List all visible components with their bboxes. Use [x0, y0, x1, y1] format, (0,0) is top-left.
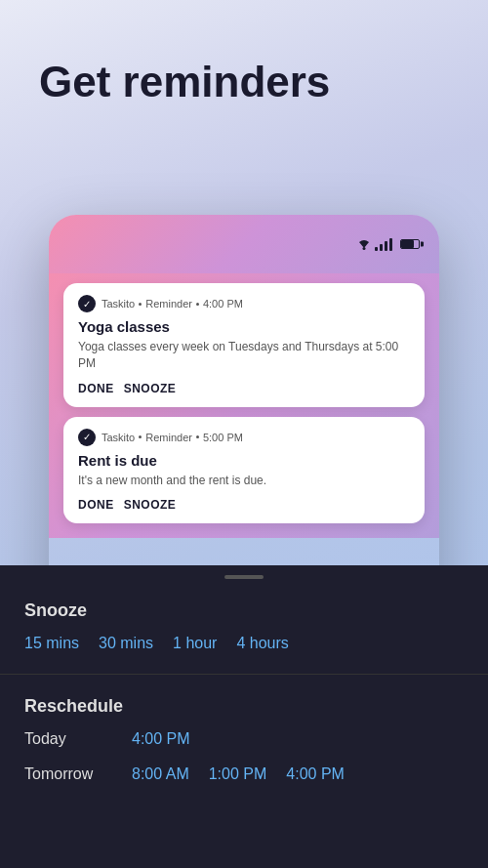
notification-header: ✓ Taskito Reminder 4:00 PM — [78, 295, 410, 312]
notif-type: Reminder — [145, 432, 192, 443]
snooze-15mins[interactable]: 15 mins — [24, 635, 79, 652]
notifications-area: ✓ Taskito Reminder 4:00 PM Yoga classes … — [49, 273, 439, 538]
status-bar — [49, 215, 439, 273]
wifi-icon — [357, 238, 371, 250]
header: Get reminders — [0, 0, 488, 125]
notification-meta: Taskito Reminder 4:00 PM — [102, 298, 243, 310]
bottom-sheet: Snooze 15 mins 30 mins 1 hour 4 hours Re… — [0, 565, 488, 868]
snooze-1hour[interactable]: 1 hour — [173, 635, 217, 652]
snooze-options: 15 mins 30 mins 1 hour 4 hours — [24, 635, 464, 652]
svg-point-0 — [363, 247, 366, 250]
done-button[interactable]: DONE — [78, 498, 114, 512]
reschedule-section: Reschedule Today 4:00 PM Tomorrow 8:00 A… — [0, 684, 488, 795]
section-divider — [0, 674, 488, 675]
done-button[interactable]: DONE — [78, 382, 114, 395]
check-icon: ✓ — [78, 429, 96, 446]
reschedule-times-tomorrow: 8:00 AM 1:00 PM 4:00 PM — [132, 765, 345, 783]
snooze-4hours[interactable]: 4 hours — [236, 635, 288, 652]
app-name: Taskito — [102, 298, 135, 310]
notification-body: It's a new month and the rent is due. — [78, 473, 410, 489]
battery-icon — [400, 239, 420, 249]
notif-time: 4:00 PM — [203, 298, 243, 310]
status-icons — [357, 237, 420, 251]
reschedule-title: Reschedule — [24, 696, 464, 717]
tomorrow-time-2[interactable]: 1:00 PM — [209, 765, 267, 783]
reschedule-times-today: 4:00 PM — [132, 730, 190, 748]
snooze-30mins[interactable]: 30 mins — [99, 635, 153, 652]
notification-meta: Taskito Reminder 5:00 PM — [102, 432, 243, 443]
notification-title: Yoga classes — [78, 318, 410, 335]
notif-type: Reminder — [145, 298, 192, 310]
signal-icon — [375, 237, 392, 251]
snooze-button[interactable]: SNOOZE — [124, 498, 177, 512]
app-name: Taskito — [102, 432, 135, 443]
notification-actions: DONE SNOOZE — [78, 498, 410, 512]
notification-card: ✓ Taskito Reminder 5:00 PM Rent is due I… — [63, 417, 425, 524]
check-icon: ✓ — [78, 295, 96, 312]
notification-card: ✓ Taskito Reminder 4:00 PM Yoga classes … — [63, 283, 425, 407]
notif-time: 5:00 PM — [203, 432, 243, 443]
notification-title: Rent is due — [78, 452, 410, 469]
sheet-handle — [224, 575, 264, 579]
reschedule-rows: Today 4:00 PM Tomorrow 8:00 AM 1:00 PM 4… — [24, 730, 464, 783]
reschedule-row-today: Today 4:00 PM — [24, 730, 464, 748]
snooze-title: Snooze — [24, 600, 464, 621]
snooze-button[interactable]: SNOOZE — [124, 382, 177, 395]
reschedule-day-today: Today — [24, 730, 132, 748]
today-time-1[interactable]: 4:00 PM — [132, 730, 190, 748]
notification-body: Yoga classes every week on Tuesdays and … — [78, 339, 410, 372]
tomorrow-time-3[interactable]: 4:00 PM — [286, 765, 345, 783]
phone-mockup: ✓ Taskito Reminder 4:00 PM Yoga classes … — [49, 215, 439, 625]
page-title: Get reminders — [39, 59, 449, 105]
notification-header: ✓ Taskito Reminder 5:00 PM — [78, 429, 410, 446]
reschedule-day-tomorrow: Tomorrow — [24, 765, 132, 783]
notification-actions: DONE SNOOZE — [78, 382, 410, 395]
tomorrow-time-1[interactable]: 8:00 AM — [132, 765, 189, 783]
snooze-section: Snooze 15 mins 30 mins 1 hour 4 hours — [0, 589, 488, 664]
reschedule-row-tomorrow: Tomorrow 8:00 AM 1:00 PM 4:00 PM — [24, 765, 464, 783]
